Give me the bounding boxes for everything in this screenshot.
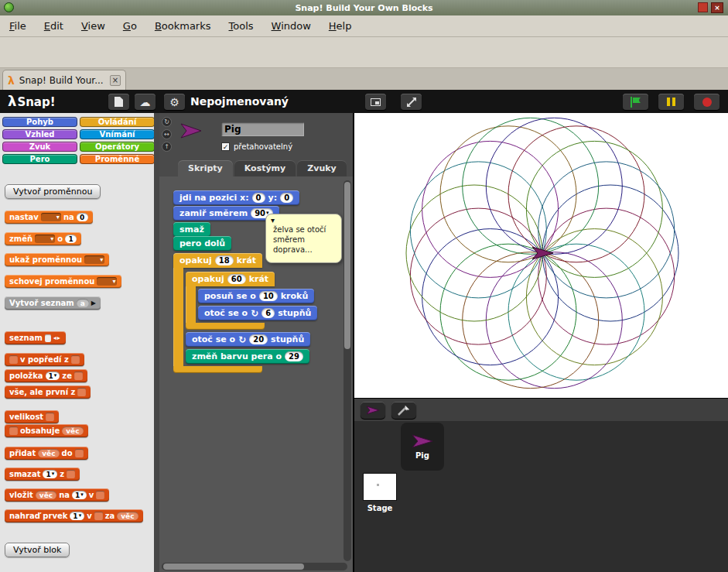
script-block-move-steps[interactable]: posuň se o 10 kroků <box>198 289 314 303</box>
category-vzhled[interactable]: Vzhled <box>2 129 77 139</box>
script-block-clear[interactable]: smaž <box>173 222 210 237</box>
tab-costumes[interactable]: Kostýmy <box>234 160 296 176</box>
palette-block-show-variable[interactable]: ukaž proměnnou ▾ <box>5 253 109 266</box>
menu-edit[interactable]: Edit <box>44 20 63 32</box>
input-slot[interactable] <box>45 334 51 342</box>
palette-block-length-of[interactable]: velikost <box>5 410 59 423</box>
script-horizontal-scrollbar[interactable] <box>162 563 347 570</box>
rotation-flip-button[interactable]: ↔ <box>162 129 172 139</box>
palette-block-add-to-list[interactable]: přidat věc do <box>5 447 88 460</box>
list-slot[interactable] <box>94 512 103 520</box>
repeat-header[interactable]: opakuj 60 krát <box>186 272 275 286</box>
value-input[interactable]: 1 <box>65 235 77 243</box>
input-slot[interactable] <box>9 355 18 364</box>
palette-block-hide-variable[interactable]: schovej proměnnou ▾ <box>5 275 121 288</box>
tab-sounds[interactable]: Zvuky <box>297 160 346 176</box>
expand-arrow-icon[interactable]: ▶ <box>91 300 96 307</box>
stage-canvas[interactable] <box>354 113 728 398</box>
script-block-change-pen-color[interactable]: změň barvu pera o 29 <box>186 349 309 364</box>
category-zvuk[interactable]: Zvuk <box>2 142 77 152</box>
script-block-repeat-inner[interactable]: opakuj 60 krát posuň se o 10 <box>186 270 317 330</box>
variable-dropdown-slot[interactable]: ▾ <box>35 235 55 243</box>
rotation-none-button[interactable]: ↑ <box>162 142 172 152</box>
make-block-button[interactable]: Vytvoř blok <box>5 543 70 557</box>
menu-file[interactable]: File <box>9 20 26 32</box>
tab-scripts[interactable]: Skripty <box>178 160 233 176</box>
palette-block-item-of[interactable]: položka 1▾ ze <box>5 369 87 382</box>
file-menu-button[interactable] <box>108 94 129 110</box>
steps-input[interactable]: 10 <box>259 291 278 301</box>
list-slot[interactable] <box>9 426 18 435</box>
script-block-pen-down[interactable]: pero dolů <box>173 236 231 251</box>
color-input[interactable]: 29 <box>285 351 303 361</box>
scrollbar-thumb[interactable] <box>344 182 350 349</box>
category-operatory[interactable]: Operátory <box>80 142 155 152</box>
draggable-checkbox[interactable]: ✓ <box>221 142 230 151</box>
browser-tab[interactable]: λ Snap! Build Your... × <box>2 70 126 90</box>
make-variable-button[interactable]: Vytvoř proměnnou <box>5 184 101 199</box>
count-input[interactable]: 18 <box>215 255 234 265</box>
stop-button[interactable] <box>694 94 719 110</box>
script-block-point-in-direction[interactable]: zamiř směrem 90▾ <box>173 206 279 221</box>
variable-slot[interactable]: a <box>77 299 89 307</box>
count-input[interactable]: 60 <box>227 274 246 284</box>
palette-block-list[interactable]: seznam ◂▸ <box>5 331 66 344</box>
tab-close-button[interactable]: × <box>110 75 121 86</box>
list-slot[interactable] <box>46 413 54 421</box>
settings-button[interactable]: ⚙ <box>164 94 185 110</box>
palette-block-insert-in-list[interactable]: vložit věc na 1▾ v <box>5 488 109 502</box>
list-slot[interactable] <box>67 470 75 478</box>
category-pohyb[interactable]: Pohyb <box>2 117 77 127</box>
menu-help[interactable]: Help <box>329 20 352 32</box>
variable-dropdown-slot[interactable]: ▾ <box>84 255 104 264</box>
index-input[interactable]: 1▾ <box>70 512 84 520</box>
palette-block-replace-item[interactable]: nahraď prvek 1▾ v za věc <box>5 509 143 522</box>
close-button[interactable]: × <box>711 2 723 13</box>
window-titlebar[interactable]: Snap! Build Your Own Blocks × <box>0 0 728 15</box>
stage-thumbnail[interactable] <box>364 474 396 500</box>
script-block-repeat-outer[interactable]: opakuj 18 krát opakuj 60 krát <box>173 252 317 373</box>
cloud-button[interactable]: ☁ <box>135 94 156 110</box>
paint-sprite-button[interactable] <box>391 402 416 419</box>
stage-size-button[interactable] <box>401 94 422 110</box>
index-input[interactable]: 1▾ <box>43 470 57 478</box>
degrees-input[interactable]: 20 <box>249 334 268 344</box>
stage[interactable] <box>354 113 728 398</box>
variable-dropdown-slot[interactable]: ▾ <box>41 213 61 221</box>
list-slot[interactable] <box>74 372 83 380</box>
list-slot[interactable] <box>96 491 104 499</box>
palette-block-delete-from-list[interactable]: smazat 1▾ z <box>5 468 80 481</box>
new-turtle-button[interactable] <box>361 402 385 419</box>
category-ovladani[interactable]: Ovládání <box>80 117 155 127</box>
script-block-turn-degrees[interactable]: otoč se o ↻ 6 stupňů <box>198 306 317 320</box>
repeat-header[interactable]: opakuj 18 krát <box>173 253 262 268</box>
script-area[interactable]: jdi na pozici x: 0 y: 0 zamiř směrem 90▾… <box>159 176 353 572</box>
y-input[interactable]: 0 <box>280 193 293 203</box>
x-input[interactable]: 0 <box>252 193 265 203</box>
thing-input[interactable]: věc <box>36 491 56 499</box>
index-input[interactable]: 1▾ <box>72 491 87 499</box>
presentation-mode-button[interactable] <box>365 94 386 110</box>
category-promenne[interactable]: Proměnné <box>80 154 155 164</box>
palette-block-change-variable[interactable]: změň ▾ o 1 <box>5 232 81 245</box>
maximize-button[interactable] <box>698 2 708 12</box>
script-block-turn-degrees[interactable]: otoč se o ↻ 20 stupňů <box>186 332 310 347</box>
sprite-name-input[interactable]: Pig <box>221 122 304 136</box>
variadic-arrows-icon[interactable]: ◂▸ <box>53 334 61 341</box>
list-slot[interactable] <box>71 355 80 364</box>
value-input[interactable]: 0 <box>77 213 88 221</box>
palette-block-set-variable[interactable]: nastav ▾ na 0 <box>5 211 93 224</box>
list-slot[interactable] <box>77 388 86 396</box>
menu-view[interactable]: View <box>81 20 105 32</box>
palette-scrollbar[interactable] <box>154 113 159 572</box>
green-flag-button[interactable] <box>623 94 648 110</box>
palette-block-contains[interactable]: obsahuje věc <box>5 424 88 437</box>
menu-bookmarks[interactable]: Bookmarks <box>155 20 211 32</box>
script-block-go-to-xy[interactable]: jdi na pozici x: 0 y: 0 <box>173 190 299 205</box>
category-vnimani[interactable]: Vnímání <box>80 129 155 139</box>
menu-tools[interactable]: Tools <box>229 20 254 32</box>
list-slot[interactable] <box>75 449 84 457</box>
palette-block-in-front-of[interactable]: v popředí z <box>5 353 84 366</box>
rotation-free-button[interactable]: ↻ <box>162 117 172 127</box>
thing-input[interactable]: věc <box>38 449 59 457</box>
